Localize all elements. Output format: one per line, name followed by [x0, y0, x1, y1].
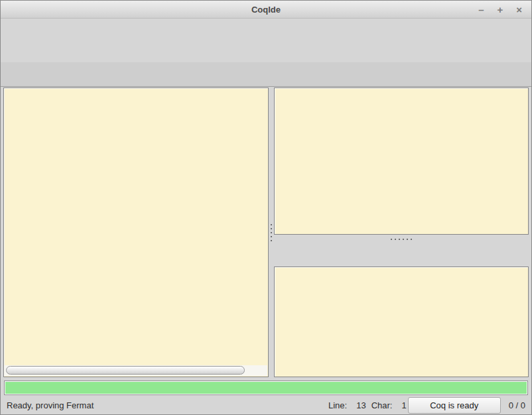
line-label: Line:: [328, 400, 347, 410]
vertical-splitter[interactable]: [269, 88, 274, 377]
minimize-icon[interactable]: –: [478, 5, 484, 15]
coq-state-button[interactable]: Coq is ready: [408, 397, 501, 414]
jobs-counter: 0 / 0: [509, 400, 525, 410]
goals-pane: [274, 88, 529, 235]
coqide-window: CoqIde – + ×: [0, 0, 532, 415]
char-value: 1: [401, 400, 406, 410]
statusbar-right: Line: 13 Char: 1 Coq is ready 0 / 0: [328, 397, 525, 414]
messages-content: [274, 267, 529, 377]
script-editor-pane[interactable]: [3, 88, 269, 377]
status-text: Ready, proving Fermat: [7, 400, 94, 410]
scrollbar-thumb[interactable]: [6, 366, 245, 375]
window-controls: – + ×: [478, 5, 531, 15]
script-buffer[interactable]: [4, 88, 268, 365]
messages-tabstrip: [274, 243, 529, 267]
char-label: Char:: [371, 400, 393, 410]
main-area: [1, 87, 531, 379]
progress-bar: [4, 381, 528, 395]
document-tabstrip: [1, 62, 531, 87]
statusbar: Ready, proving Fermat Line: 13 Char: 1 C…: [1, 396, 531, 414]
right-column: [274, 88, 529, 377]
editor-horizontal-scrollbar[interactable]: [5, 365, 267, 376]
line-value: 13: [356, 400, 366, 410]
horizontal-splitter[interactable]: [274, 235, 529, 243]
titlebar: CoqIde – + ×: [1, 1, 531, 19]
close-icon[interactable]: ×: [516, 5, 522, 15]
maximize-icon[interactable]: +: [497, 5, 503, 15]
toolbar: [1, 34, 531, 62]
menubar: [1, 19, 531, 34]
window-title: CoqIde: [1, 5, 531, 15]
messages-notebook: [274, 243, 529, 377]
